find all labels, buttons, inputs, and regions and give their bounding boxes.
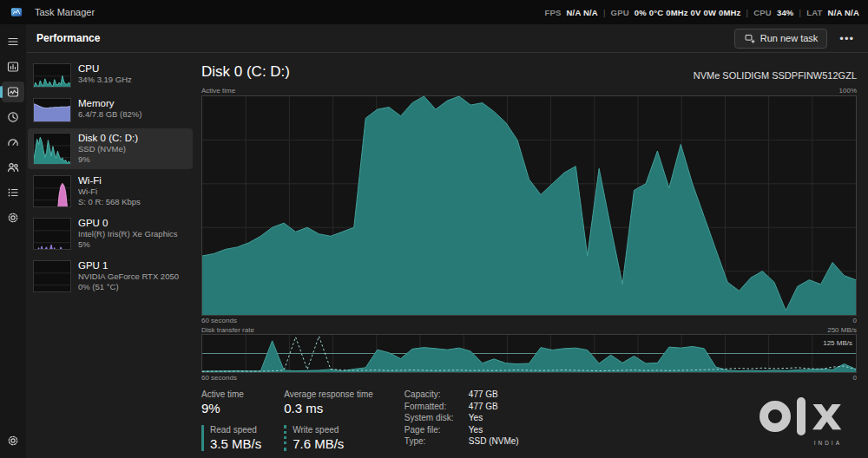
run-new-task-button[interactable]: Run new task <box>734 29 828 49</box>
rail-startup-apps-button[interactable] <box>2 132 24 153</box>
more-options-button[interactable]: ••• <box>834 30 859 47</box>
chart2-xaxis-label: 60 seconds <box>201 374 237 382</box>
overlay-metric-value: N/A N/A <box>828 8 859 17</box>
gpu1-mini-chart <box>33 260 71 292</box>
sidebar-item-title: Memory <box>78 98 141 108</box>
sidebar-item-sub: Intel(R) Iris(R) Xe Graphics <box>78 229 178 239</box>
rail-processes-button[interactable] <box>2 56 24 77</box>
detail-label: Formatted: <box>404 402 457 411</box>
task-manager-icon <box>10 6 23 18</box>
transfer-rate-max-label: 250 MB/s <box>827 326 857 334</box>
detail-label: Capacity: <box>404 389 457 399</box>
sidebar-item-gpu0[interactable]: GPU 0Intel(R) Iris(R) Xe Graphics5% <box>28 213 193 254</box>
chart1-xaxis-label: 60 seconds <box>201 317 237 324</box>
performance-icon <box>6 85 20 99</box>
cpu-mini-chart <box>33 63 71 88</box>
details-icon <box>6 186 20 200</box>
disk0-mini-chart <box>33 133 71 165</box>
sidebar-item-title: GPU 1 <box>78 260 179 271</box>
window-title: Task Manager <box>35 7 95 17</box>
read-speed-stat: Read speed 3.5 MB/s <box>201 425 261 451</box>
metrics-overlay: FPSN/A N/A|GPU0% 0°C 0MHz 0V 0W 0MHz|CPU… <box>544 8 859 17</box>
overlay-metric-label: FPS <box>544 8 561 17</box>
sidebar-item-cpu[interactable]: CPU34% 3.19 GHz <box>28 59 193 92</box>
wifi-mini-chart <box>33 175 71 207</box>
active-time-axis-label: Active time <box>201 87 235 95</box>
title-bar: Task Manager FPSN/A N/A|GPU0% 0°C 0MHz 0… <box>0 0 868 24</box>
rail-menu-button[interactable] <box>2 31 24 52</box>
rail-services-button[interactable] <box>2 207 24 228</box>
performance-sidebar: CPU34% 3.19 GHzMemory6.4/7.8 GB (82%)Dis… <box>26 53 198 458</box>
sidebar-item-sub: SSD (NVMe) <box>78 144 138 154</box>
detail-value: Yes <box>469 413 519 422</box>
overlay-separator: | <box>746 8 749 17</box>
memory-mini-chart <box>33 98 71 122</box>
overlay-metric-label: CPU <box>753 8 772 17</box>
nav-rail <box>0 24 26 458</box>
detail-value: 477 GB <box>469 389 519 399</box>
sidebar-item-wifi[interactable]: Wi-FiWi-FiS: 0 R: 568 Kbps <box>28 171 193 212</box>
run-new-task-label: Run new task <box>760 33 819 43</box>
active-time-max-label: 100% <box>839 87 857 95</box>
sidebar-item-disk0[interactable]: Disk 0 (C: D:)SSD (NVMe)9% <box>28 128 193 169</box>
detail-label: System disk: <box>404 413 457 422</box>
overlay-separator: | <box>603 8 606 17</box>
sidebar-item-gpu1[interactable]: GPU 1NVIDIA GeForce RTX 20500% (51 °C) <box>28 256 193 297</box>
hamburger-icon <box>6 35 20 49</box>
sidebar-item-sub: S: 0 R: 568 Kbps <box>78 197 141 207</box>
write-speed-stat: Write speed 7.6 MB/s <box>284 425 373 451</box>
rail-performance-button[interactable] <box>2 82 24 102</box>
overlay-metric-label: LAT <box>806 8 822 17</box>
sidebar-item-sub: 9% <box>78 154 138 165</box>
disk-stats: Active time 9% Average response time 0.3… <box>201 389 857 451</box>
overlay-separator: | <box>799 8 802 17</box>
gpu0-mini-chart <box>33 218 71 250</box>
sidebar-item-sub: 0% (51 °C) <box>78 282 179 292</box>
sidebar-item-title: Disk 0 (C: D:) <box>78 133 138 143</box>
sidebar-item-sub: Wi-Fi <box>78 186 141 197</box>
rail-app-history-button[interactable] <box>2 107 24 128</box>
services-icon <box>6 211 20 225</box>
run-new-task-icon <box>744 33 755 44</box>
rail-users-button[interactable] <box>2 157 24 178</box>
detail-value: SSD (NVMe) <box>469 436 519 446</box>
sidebar-item-title: Wi-Fi <box>78 175 141 186</box>
detail-value: 477 GB <box>469 402 519 411</box>
startup-icon <box>6 135 20 149</box>
sidebar-item-title: GPU 0 <box>78 218 178 228</box>
rail-settings-button[interactable] <box>2 430 24 451</box>
disk-model: NVMe SOLIDIGM SSDPFINW512GZL <box>694 70 857 81</box>
sidebar-item-sub: NVIDIA GeForce RTX 2050 <box>78 272 179 282</box>
rail-details-button[interactable] <box>2 182 24 203</box>
detail-label: Page file: <box>404 425 457 435</box>
page-title: Performance <box>36 32 100 44</box>
transfer-rate-axis-label: Disk transfer rate <box>201 326 254 334</box>
avg-response-stat: Average response time 0.3 ms <box>284 389 373 415</box>
detail-value: Yes <box>469 425 519 435</box>
sidebar-item-sub: 6.4/7.8 GB (82%) <box>78 109 141 120</box>
chart2-min-label: 0 <box>853 374 857 382</box>
sidebar-item-memory[interactable]: Memory6.4/7.8 GB (82%) <box>28 94 193 127</box>
chart1-min-label: 0 <box>853 317 857 324</box>
overlay-metric-label: GPU <box>611 8 629 17</box>
disk-details: Capacity:477 GBFormatted:477 GBSystem di… <box>404 389 519 451</box>
history-icon <box>6 110 20 124</box>
overlay-metric-value: N/A N/A <box>567 8 598 17</box>
disk-panel: Disk 0 (C: D:) NVMe SOLIDIGM SSDPFINW512… <box>198 53 868 458</box>
overlay-metric-value: 34% <box>777 8 794 17</box>
task-manager-window: Task Manager FPSN/A N/A|GPU0% 0°C 0MHz 0… <box>0 0 868 458</box>
page-header: Performance Run new task ••• <box>26 24 868 53</box>
sidebar-item-title: CPU <box>78 63 132 74</box>
disk-title: Disk 0 (C: D:) <box>201 63 290 81</box>
detail-label: Type: <box>404 436 457 446</box>
transfer-rate-chart: 125 MB/s <box>201 334 857 373</box>
overlay-metric-value: 0% 0°C 0MHz 0V 0W 0MHz <box>635 8 741 17</box>
sidebar-item-sub: 5% <box>78 239 178 250</box>
active-time-chart <box>201 95 857 316</box>
active-time-stat: Active time 9% <box>201 389 261 415</box>
users-icon <box>6 160 20 174</box>
selected-tab-indicator <box>0 86 3 98</box>
sidebar-item-sub: 34% 3.19 GHz <box>78 75 132 85</box>
gear-icon <box>6 434 20 448</box>
processes-icon <box>6 60 20 74</box>
